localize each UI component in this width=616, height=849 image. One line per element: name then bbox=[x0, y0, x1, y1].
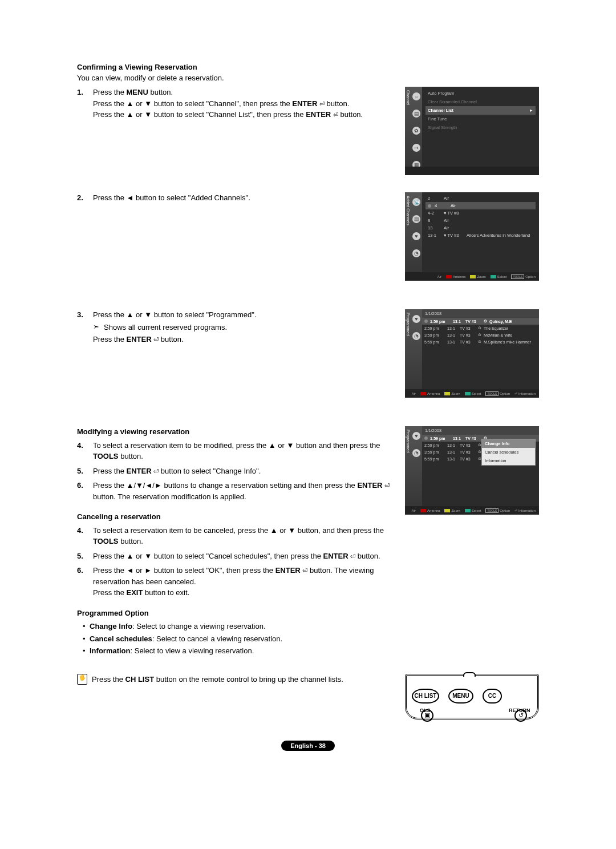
remote-cc-button[interactable]: CC bbox=[483, 689, 502, 704]
plug-icon: ⇢ bbox=[412, 144, 420, 152]
enter-icon: ⏎ bbox=[350, 553, 355, 560]
section-heading: Confirming a Viewing Reservation bbox=[77, 63, 539, 71]
channel-list-selected[interactable]: Channel List► bbox=[425, 106, 536, 115]
page-footer: English - 38 bbox=[77, 740, 539, 751]
screenshot-1: Channel ⌕ ▤ ✿ ⇢ ▦ Auto Program Clear Scr… bbox=[405, 87, 539, 187]
clock-icon: ◔ bbox=[412, 449, 420, 457]
remote-menu-button[interactable]: MENU bbox=[448, 689, 473, 704]
enter-icon: ⏎ bbox=[153, 468, 159, 475]
antenna-icon: 📡 bbox=[412, 198, 420, 206]
tip-row: 🖐 Press the CH LIST button on the remote… bbox=[77, 674, 539, 719]
gear-icon: ✿ bbox=[412, 127, 420, 135]
remote-button-icon: 🖐 bbox=[77, 674, 87, 685]
ctx-change-info[interactable]: Change Info bbox=[482, 439, 535, 448]
step-num: 1. bbox=[77, 87, 87, 120]
step-body: Press the MENU button. Press the ▲ or ▼ … bbox=[93, 87, 398, 120]
channel-selected[interactable]: 4Air bbox=[425, 202, 536, 209]
remote-return-icon[interactable]: ↺ bbox=[514, 709, 527, 722]
remote-diagram: CH LIST MENU CC OLS RETURN ▣ ↺ bbox=[405, 674, 539, 719]
intro-text: You can view, modify or delete a reserva… bbox=[77, 74, 539, 82]
clock-icon: ◔ bbox=[412, 332, 420, 340]
context-menu[interactable]: Change Info Cancel schedules Information bbox=[481, 439, 536, 466]
row-step3: 3. Press the ▲ or ▼ button to select "Pr… bbox=[77, 309, 539, 409]
enter-icon: ⏎ bbox=[319, 100, 325, 107]
enter-icon: ⏎ bbox=[302, 567, 307, 574]
manual-page: Confirming a Viewing Reservation You can… bbox=[0, 0, 616, 779]
ctx-cancel[interactable]: Cancel schedules bbox=[482, 448, 535, 456]
screenshot-2: Added Channels 📡 ▤ ♥ ◔ 2Air 4Air 4-2♥ TV… bbox=[405, 192, 539, 292]
enter-icon: ⏎ bbox=[333, 111, 338, 118]
program-selected[interactable]: 1:59 pm13-1TV #3⊙Quincy, M.E bbox=[422, 318, 539, 325]
ctx-information[interactable]: Information bbox=[482, 456, 535, 465]
heart-icon: ♥ bbox=[412, 232, 420, 240]
clock-icon: ◔ bbox=[412, 249, 420, 257]
enter-icon: ⏎ bbox=[153, 336, 159, 343]
image-icon: ▤ bbox=[412, 215, 420, 223]
image-icon: ▤ bbox=[412, 110, 420, 118]
remote-tools-icon[interactable]: ▣ bbox=[421, 709, 433, 722]
step1-text: 1. Press the MENU button. Press the ▲ or… bbox=[77, 87, 398, 124]
search-icon: ⌕ bbox=[412, 92, 420, 100]
remote-chlist-button[interactable]: CH LIST bbox=[412, 689, 439, 704]
note-icon: ➣ bbox=[93, 322, 99, 333]
enter-icon: ⏎ bbox=[384, 482, 390, 489]
row-modify: Modifying a viewing reservation 4.To sel… bbox=[77, 426, 539, 658]
row-step1: 1. Press the MENU button. Press the ▲ or… bbox=[77, 87, 539, 187]
screenshot-3: Programmed ♥ ◔ 1/1/2008 1:59 pm13-1TV #3… bbox=[405, 309, 539, 409]
heart-icon: ♥ bbox=[412, 432, 420, 440]
row-step2: 2. Press the ◄ button to select "Added C… bbox=[77, 192, 539, 292]
screenshot-4: Programmed ♥ ◔ 1/1/2008 1:59 pm13-1TV #3… bbox=[405, 426, 539, 526]
heart-icon: ♥ bbox=[412, 315, 420, 323]
